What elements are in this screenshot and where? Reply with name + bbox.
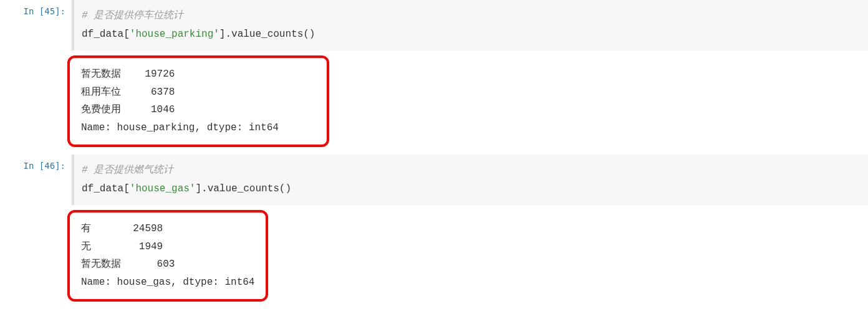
input-prompt: In [46]: [24,161,65,171]
highlight-annotation: 有 24598 无 1949 暂无数据 603 Name: house_gas,… [67,210,268,302]
highlight-annotation: 暂无数据 19726 租用车位 6378 免费使用 1046 Name: hou… [67,55,329,147]
comment-line: # 是否提供燃气统计 [82,164,173,176]
output-wrapper: 有 24598 无 1949 暂无数据 603 Name: house_gas,… [0,210,868,302]
comment-line: # 是否提供停车位统计 [82,10,183,21]
output-wrapper: 暂无数据 19726 租用车位 6378 免费使用 1046 Name: hou… [0,55,868,147]
prompt-area: In [45]: [0,0,72,50]
code-input[interactable]: # 是否提供燃气统计 df_data['house_gas'].value_co… [72,155,868,205]
code-token: ].value_counts() [195,183,291,194]
code-cell: In [46]: # 是否提供燃气统计 df_data['house_gas']… [0,155,868,205]
input-prompt: In [45]: [24,6,65,16]
code-input[interactable]: # 是否提供停车位统计 df_data['house_parking'].val… [72,0,868,50]
code-token: df_data[ [82,183,130,194]
string-literal: 'house_gas' [130,183,196,194]
code-cell: In [45]: # 是否提供停车位统计 df_data['house_park… [0,0,868,50]
cell-output: 有 24598 无 1949 暂无数据 603 Name: house_gas,… [74,215,262,297]
code-token: df_data[ [82,29,130,40]
string-literal: 'house_parking' [130,29,219,40]
code-token: ].value_counts() [219,29,316,40]
prompt-area: In [46]: [0,155,72,205]
cell-output: 暂无数据 19726 租用车位 6378 免费使用 1046 Name: hou… [74,60,323,142]
